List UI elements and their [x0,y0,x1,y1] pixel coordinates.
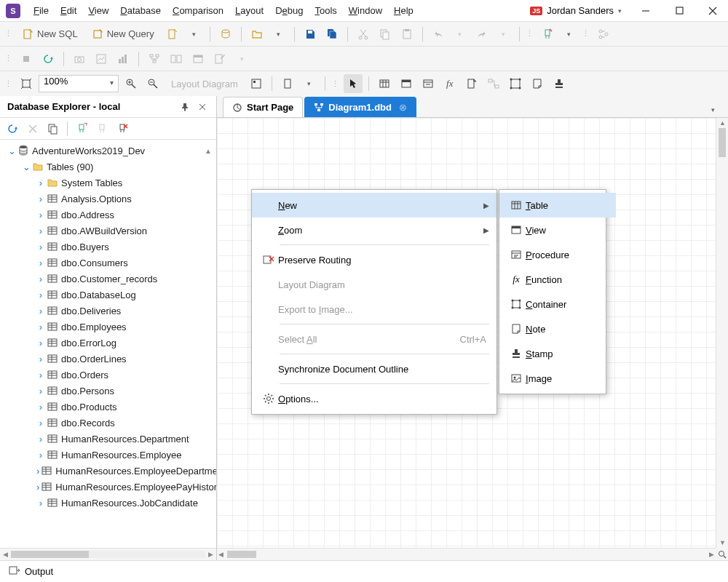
scrollbar-thumb[interactable] [11,551,89,558]
chevron-right-icon[interactable]: › [36,466,39,475]
plug-add-button[interactable] [538,25,557,44]
new-doc-button[interactable] [163,25,182,44]
submenu-note[interactable]: Note [499,316,616,341]
grip-icon[interactable]: ⋮ [4,79,12,89]
stamp-button[interactable] [550,74,569,93]
submenu-function[interactable]: fx Function [499,267,616,292]
refresh-button[interactable] [39,49,58,68]
page-button[interactable] [278,74,297,93]
compare-button[interactable] [167,49,186,68]
refresh-icon[interactable] [3,119,22,138]
edit-doc-menu[interactable]: ▾ [232,49,251,68]
chart-button[interactable] [114,49,132,68]
save-button[interactable] [301,25,320,44]
submenu-stamp[interactable]: Stamp [499,341,616,366]
zoom-corner-icon[interactable] [716,548,728,560]
new-doc-menu[interactable]: ▾ [185,25,204,44]
window-pic-button[interactable] [189,49,207,68]
horizontal-scrollbar[interactable]: ◀ ▶ [0,548,216,560]
tree-system-tables[interactable]: › System Tables [0,175,216,191]
chevron-right-icon[interactable]: › [36,402,45,411]
insert-note-button[interactable] [462,74,481,93]
output-label[interactable]: Output [25,566,53,577]
chevron-right-icon[interactable]: › [36,354,45,363]
open-menu[interactable]: ▾ [269,25,288,44]
new-query-button[interactable]: New Query [87,25,160,44]
paste-button[interactable] [397,25,416,44]
ctx-options[interactable]: Options... [252,386,496,411]
chevron-right-icon[interactable]: › [36,226,45,235]
tree[interactable]: ⌄ AdventureWorks2019_Dev ▲ ⌄ Tables (90)… [0,140,216,548]
tree-table-item[interactable]: › HumanResources.Department [0,431,216,447]
output-icon[interactable] [9,565,20,578]
tree-table-item[interactable]: › dbo.OrderLines [0,351,216,367]
tree-table-item[interactable]: › HumanResources.EmployeePayHistory [0,479,216,495]
chevron-right-icon[interactable]: › [36,370,45,379]
plug-icon[interactable] [92,119,111,138]
tree-table-item[interactable]: › HumanResources.Employee [0,447,216,463]
plug-add-menu[interactable]: ▾ [560,25,579,44]
layout-diagram-button[interactable]: Layout Diagram [165,74,244,93]
stop-button[interactable] [17,49,36,68]
menu-edit[interactable]: Edit [55,2,82,19]
tree-table-item[interactable]: › dbo.ErrorLog [0,335,216,351]
fit-button[interactable] [17,74,36,93]
close-icon[interactable] [196,100,209,113]
open-button[interactable] [248,25,266,44]
insert-proc-button[interactable] [419,74,438,93]
chevron-down-icon[interactable]: ⌄ [7,146,16,155]
new-sql-button[interactable]: New SQL [17,25,84,44]
menu-help[interactable]: Help [388,2,419,19]
tree-table-item[interactable]: › dbo.Consumers [0,255,216,271]
chevron-right-icon[interactable]: › [36,386,45,395]
redo-button[interactable] [472,25,491,44]
relation-button[interactable] [484,74,503,93]
plug-add-icon[interactable]: + [72,119,91,138]
submenu-table[interactable]: Table [499,193,616,218]
scrollbar-thumb[interactable] [719,128,726,157]
menu-file[interactable]: File [28,2,55,19]
pointer-tool-button[interactable] [344,74,363,93]
grip-icon[interactable]: ⋮ [331,79,339,89]
window-close-button[interactable] [703,3,722,19]
zoom-in-button[interactable] [122,74,141,93]
tree-table-item[interactable]: › dbo.Persons [0,383,216,399]
container-button[interactable] [506,74,525,93]
chevron-right-icon[interactable]: › [36,194,45,203]
tree-table-item[interactable]: › dbo.Products [0,399,216,415]
chevron-down-icon[interactable]: ⌄ [22,162,31,171]
grip-icon[interactable]: ⋮ [4,29,12,39]
tree-table-item[interactable]: › dbo.Records [0,415,216,431]
note-paper-button[interactable] [528,74,547,93]
chevron-right-icon[interactable]: › [36,306,45,315]
delete-icon[interactable] [23,119,42,138]
submenu-view[interactable]: View [499,218,616,242]
chevron-right-icon[interactable]: › [36,482,39,491]
zoom-select[interactable]: 100% [39,75,119,92]
close-icon[interactable]: ⊗ [399,102,407,113]
cut-button[interactable] [354,25,373,44]
ctx-new[interactable]: New ▶ [252,193,496,218]
menu-layout[interactable]: Layout [229,2,269,19]
grip-icon[interactable]: ⋮ [4,54,12,63]
ctx-sync-outline[interactable]: Synchronize Document Outline [252,356,496,381]
tree-root[interactable]: ⌄ AdventureWorks2019_Dev ▲ [0,143,216,159]
chevron-right-icon[interactable]: › [36,418,45,427]
chevron-right-icon[interactable]: › [36,434,45,443]
tree-table-item[interactable]: › dbo.Deliveries [0,303,216,319]
menu-view[interactable]: View [82,2,114,19]
chevron-right-icon[interactable]: › [36,338,45,347]
menu-window[interactable]: Window [343,2,388,19]
redo-menu[interactable]: ▾ [494,25,513,44]
insert-table-button[interactable] [375,74,394,93]
submenu-procedure[interactable]: Procedure [499,242,616,267]
ctx-preserve-routing[interactable]: Preserve Routing [252,247,496,272]
tree-table-item[interactable]: › dbo.DatabaseLog [0,287,216,303]
menu-database[interactable]: Database [114,2,167,19]
submenu-container[interactable]: Container [499,292,616,316]
insert-view-button[interactable] [397,74,416,93]
chevron-right-icon[interactable]: › [36,178,45,187]
menu-comparison[interactable]: Comparison [167,2,229,19]
tree-button[interactable] [145,49,164,68]
chevron-right-icon[interactable]: › [36,242,45,251]
